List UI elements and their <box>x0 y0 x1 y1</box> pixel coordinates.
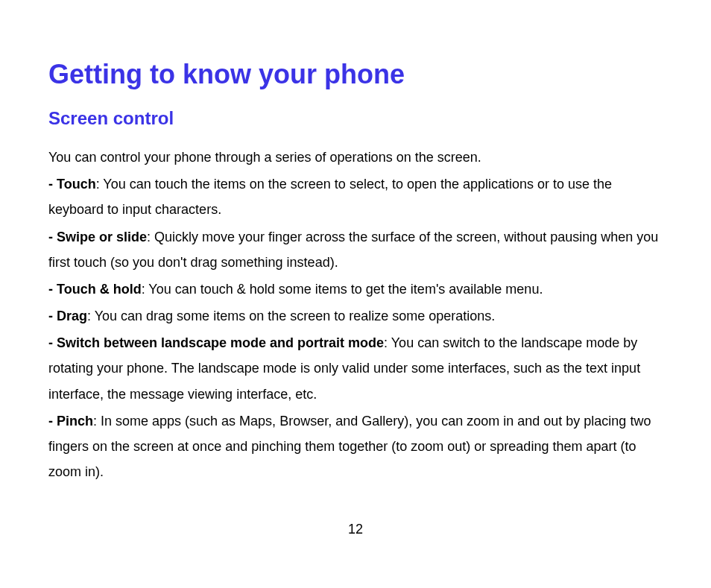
item-label: - Swipe or slide <box>48 230 147 244</box>
document-page: Getting to know your phone Screen contro… <box>0 0 711 484</box>
page-number: 12 <box>0 522 711 537</box>
section-heading: Screen control <box>48 109 663 128</box>
item-label: - Pinch <box>48 414 93 429</box>
list-item: - Touch & hold: You can touch & hold som… <box>48 276 663 302</box>
item-text: : You can drag some items on the screen … <box>87 309 495 323</box>
item-text: : You can touch the items on the screen … <box>48 177 612 217</box>
item-text: : You can touch & hold some items to get… <box>142 282 543 297</box>
list-item: - Swipe or slide: Quickly move your fing… <box>48 224 663 275</box>
item-label: - Touch <box>48 177 96 192</box>
item-text: : In some apps (such as Maps, Browser, a… <box>48 414 651 479</box>
item-label: - Switch between landscape mode and port… <box>48 335 384 350</box>
page-title: Getting to know your phone <box>48 60 663 89</box>
list-item: - Switch between landscape mode and port… <box>48 330 663 407</box>
item-label: - Touch & hold <box>48 282 142 297</box>
list-item: - Drag: You can drag some items on the s… <box>48 303 663 329</box>
item-label: - Drag <box>48 309 87 323</box>
intro-paragraph: You can control your phone through a ser… <box>48 145 663 170</box>
list-item: - Pinch: In some apps (such as Maps, Bro… <box>48 408 663 485</box>
list-item: - Touch: You can touch the items on the … <box>48 171 663 222</box>
